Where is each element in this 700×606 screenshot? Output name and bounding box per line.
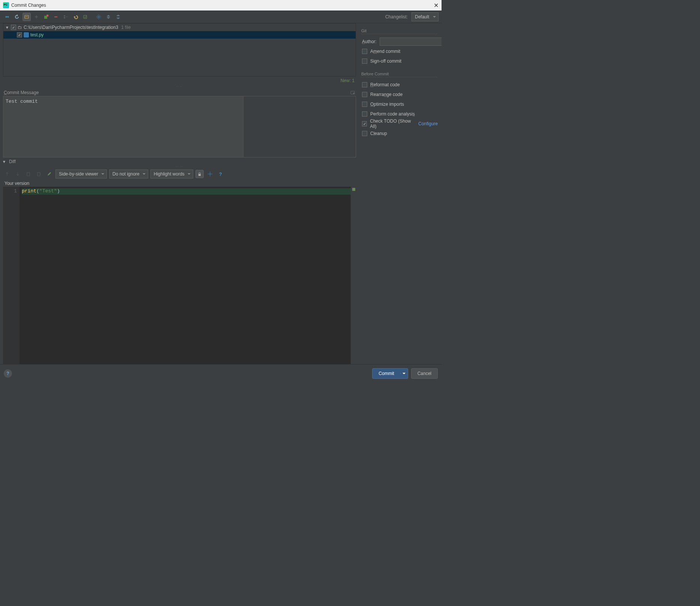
- next-file-icon: [35, 170, 43, 178]
- python-file-icon: [24, 32, 29, 38]
- sync-scroll-icon[interactable]: [195, 170, 204, 178]
- svg-point-7: [98, 16, 99, 18]
- change-marker[interactable]: [352, 188, 355, 191]
- window-title: Commit Changes: [11, 3, 46, 8]
- next-diff-icon: [14, 170, 22, 178]
- diff-settings-icon[interactable]: [206, 170, 214, 178]
- diff-toolbar: Side-by-side viewer Do not ignore Highli…: [0, 169, 359, 180]
- file-tree[interactable]: ▾ 🗀 C:\Users\Dan\PycharmProjects\testInt…: [3, 23, 356, 76]
- reformat-label: Reformat code: [370, 82, 400, 87]
- help-button[interactable]: ?: [4, 369, 12, 378]
- refresh-icon[interactable]: [13, 13, 21, 21]
- collapse-icon[interactable]: [104, 13, 113, 21]
- svg-rect-10: [27, 172, 30, 176]
- footer: ? Commit Cancel: [0, 364, 442, 382]
- cleanup-label: Cleanup: [370, 131, 387, 136]
- amend-label: Amend commit: [370, 49, 400, 54]
- optimize-label: Optimize imports: [370, 102, 404, 107]
- commit-message-side-panel: [243, 96, 356, 158]
- diff-label: Diff: [9, 159, 16, 164]
- folder-icon: 🗀: [18, 25, 22, 30]
- changelist-label: Changelist:: [385, 14, 408, 20]
- prev-diff-icon: [3, 170, 11, 178]
- svg-rect-5: [64, 15, 65, 16]
- reformat-checkbox[interactable]: [362, 82, 367, 87]
- close-icon[interactable]: ✕: [434, 2, 439, 9]
- splitter-grip[interactable]: ⋯⋯: [0, 85, 359, 88]
- analysis-checkbox[interactable]: [362, 111, 367, 117]
- settings-icon[interactable]: [95, 13, 103, 21]
- expand-icon[interactable]: [114, 13, 122, 21]
- root-path: C:\Users\Dan\PycharmProjects\testIntegra…: [24, 25, 118, 30]
- cleanup-checkbox[interactable]: [362, 131, 367, 136]
- commit-message-label: Commit Message: [4, 90, 39, 95]
- commit-button[interactable]: Commit: [372, 368, 408, 379]
- error-stripe[interactable]: [351, 187, 356, 364]
- tree-root-row[interactable]: ▾ 🗀 C:\Users\Dan\PycharmProjects\testInt…: [3, 24, 356, 31]
- pycharm-icon: [3, 2, 9, 8]
- author-input[interactable]: [380, 38, 442, 46]
- chevron-down-icon[interactable]: ▾: [5, 25, 9, 30]
- amend-checkbox[interactable]: [362, 49, 367, 54]
- commit-history-icon[interactable]: [350, 90, 355, 95]
- file-checkbox[interactable]: [17, 32, 22, 38]
- before-commit-label: Before Commit: [361, 70, 438, 77]
- rollback-icon[interactable]: [71, 13, 80, 21]
- svg-point-13: [209, 173, 211, 175]
- new-changelist-icon[interactable]: [42, 13, 50, 21]
- svg-rect-11: [38, 172, 40, 176]
- signoff-label: Sign-off commit: [370, 58, 401, 64]
- line-gutter: 1: [3, 187, 20, 364]
- viewer-mode-select[interactable]: Side-by-side viewer: [56, 170, 107, 178]
- highlight-mode-select[interactable]: Highlight words: [150, 170, 193, 178]
- expand-all-icon: [32, 13, 41, 21]
- root-checkbox[interactable]: [11, 25, 16, 30]
- your-version-label: Your version: [0, 180, 359, 187]
- svg-point-9: [353, 93, 355, 94]
- splitter-grip[interactable]: ⋯⋯: [0, 165, 359, 169]
- rearrange-checkbox[interactable]: [362, 92, 367, 97]
- group-by-directory-icon[interactable]: [23, 13, 31, 21]
- file-name: test.py: [30, 32, 44, 38]
- svg-rect-3: [47, 15, 48, 16]
- optimize-checkbox[interactable]: [362, 102, 367, 107]
- cancel-button[interactable]: Cancel: [411, 368, 438, 379]
- configure-link[interactable]: Configure: [418, 121, 438, 126]
- svg-rect-6: [64, 17, 65, 18]
- rearrange-label: Rearrange code: [370, 92, 403, 97]
- root-count: 1 file: [121, 25, 131, 30]
- author-label: Author:: [362, 39, 377, 44]
- svg-rect-12: [198, 174, 201, 176]
- diff-code-area[interactable]: 1 print("Test"): [3, 187, 356, 364]
- move-to-changelist-icon: [62, 13, 70, 21]
- show-diff-icon[interactable]: [3, 13, 11, 21]
- analysis-label: Perform code analysis: [370, 111, 415, 117]
- ignore-mode-select[interactable]: Do not ignore: [109, 170, 148, 178]
- svg-rect-4: [54, 16, 57, 17]
- top-toolbar: Changelist: Default: [0, 10, 442, 23]
- git-section-label: Git: [361, 27, 438, 34]
- new-count: New: 1: [0, 76, 359, 85]
- todo-label: Check TODO (Show All): [370, 118, 415, 129]
- prev-file-icon: [24, 170, 32, 178]
- remove-icon[interactable]: [52, 13, 60, 21]
- commit-dropdown-icon[interactable]: [400, 373, 408, 374]
- help-icon[interactable]: ?: [216, 170, 225, 178]
- svg-rect-1: [26, 16, 28, 17]
- commit-message-input[interactable]: [3, 96, 243, 158]
- todo-checkbox[interactable]: [362, 121, 367, 126]
- edit-source-icon[interactable]: [45, 170, 53, 178]
- code-line: print("Test"): [22, 188, 356, 195]
- tree-file-row[interactable]: test.py: [3, 31, 356, 39]
- titlebar: Commit Changes ✕: [0, 0, 442, 10]
- chevron-down-icon[interactable]: ▾: [3, 159, 8, 164]
- signoff-checkbox[interactable]: [362, 58, 367, 64]
- jump-to-source-icon[interactable]: [81, 13, 89, 21]
- changelist-select[interactable]: Default: [412, 12, 439, 21]
- options-sidebar: Git Author: Amend commit Sign-off commit…: [359, 23, 442, 364]
